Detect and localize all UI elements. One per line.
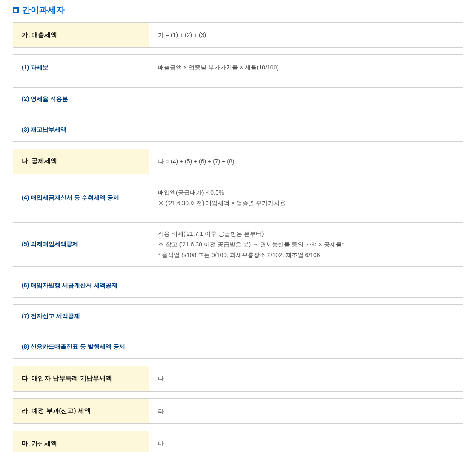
row-item4-value: 매입액(공급대가) × 0.5% ※ ('21.6.30.이전) 매입세액 × … xyxy=(149,181,463,215)
row-item6: (6) 매입자발행 세금계산서 세액공제 xyxy=(13,274,463,298)
row-item1-value: 매출금액 × 업종별 부가가치율 × 세율(10/100) xyxy=(149,55,463,80)
row-da: 다. 매입자 납부특례 기납부세액 다 xyxy=(13,366,463,391)
row-item2: (2) 영세율 적용분 xyxy=(13,87,463,111)
square-bullet-icon xyxy=(13,7,19,13)
row-item2-label: (2) 영세율 적용분 xyxy=(13,88,149,111)
row-item8: (8) 신용카드매출전표 등 발행세액 공제 xyxy=(13,335,463,359)
row-ra: 라. 예정 부과(신고) 세액 라 xyxy=(13,398,463,424)
row-da-value: 다 xyxy=(149,366,463,391)
row-da-label: 다. 매입자 납부특례 기납부세액 xyxy=(13,366,149,391)
row-na: 나. 공제세액 나 = (4) + (5) + (6) + (7) + (8) xyxy=(13,149,463,174)
row-item7-value xyxy=(149,305,463,328)
row-item5: (5) 의제매입세액공제 적용 배제('21.7.1.이후 공급받은 분부터) … xyxy=(13,222,463,267)
row-ma-value: 마 xyxy=(149,431,463,452)
row-item2-value xyxy=(149,88,463,111)
row-item4-line1: 매입액(공급대가) × 0.5% xyxy=(158,187,454,198)
row-item5-line3: * 음식업 8/108 또는 9/109, 과세유흥장소 2/102, 제조업 … xyxy=(158,250,454,260)
row-ra-label: 라. 예정 부과(신고) 세액 xyxy=(13,399,149,423)
row-na-label: 나. 공제세액 xyxy=(13,149,149,174)
row-item7: (7) 전자신고 세액공제 xyxy=(13,304,463,328)
row-item3-label: (3) 재고납부세액 xyxy=(13,118,149,141)
row-item8-label: (8) 신용카드매출전표 등 발행세액 공제 xyxy=(13,335,149,358)
row-item6-label: (6) 매입자발행 세금계산서 세액공제 xyxy=(13,274,149,297)
row-item5-label: (5) 의제매입세액공제 xyxy=(13,223,149,267)
row-item3-value xyxy=(149,118,463,141)
row-item3: (3) 재고납부세액 xyxy=(13,118,463,142)
section-header: 간이과세자 xyxy=(13,4,463,16)
row-item4-line2: ※ ('21.6.30.이전) 매입세액 × 업종별 부가가치율 xyxy=(158,198,454,209)
row-item4-label: (4) 매입세금계산서 등 수취세액 공제 xyxy=(13,181,149,215)
row-ma-label: 마. 가산세액 xyxy=(13,431,149,452)
row-item5-line2: ※ 참고 ('21.6.30.이전 공급받은 분) → 면세농산물 등의 가액 … xyxy=(158,239,454,250)
row-na-value: 나 = (4) + (5) + (6) + (7) + (8) xyxy=(149,149,463,174)
row-ra-value: 라 xyxy=(149,399,463,423)
row-item1: (1) 과세분 매출금액 × 업종별 부가가치율 × 세율(10/100) xyxy=(13,54,463,80)
row-item5-line1: 적용 배제('21.7.1.이후 공급받은 분부터) xyxy=(158,229,454,239)
row-ga-value: 가 = (1) + (2) + (3) xyxy=(149,23,463,47)
row-item5-value: 적용 배제('21.7.1.이후 공급받은 분부터) ※ 참고 ('21.6.3… xyxy=(149,223,463,267)
row-item7-label: (7) 전자신고 세액공제 xyxy=(13,305,149,328)
row-item1-label: (1) 과세분 xyxy=(13,55,149,80)
row-ga-label: 가. 매출세액 xyxy=(13,23,149,47)
row-item8-value xyxy=(149,335,463,358)
row-item4: (4) 매입세금계산서 등 수취세액 공제 매입액(공급대가) × 0.5% ※… xyxy=(13,181,463,215)
row-item6-value xyxy=(149,274,463,297)
section-title: 간이과세자 xyxy=(22,4,65,16)
row-ga: 가. 매출세액 가 = (1) + (2) + (3) xyxy=(13,22,463,48)
row-ma: 마. 가산세액 마 xyxy=(13,431,463,452)
